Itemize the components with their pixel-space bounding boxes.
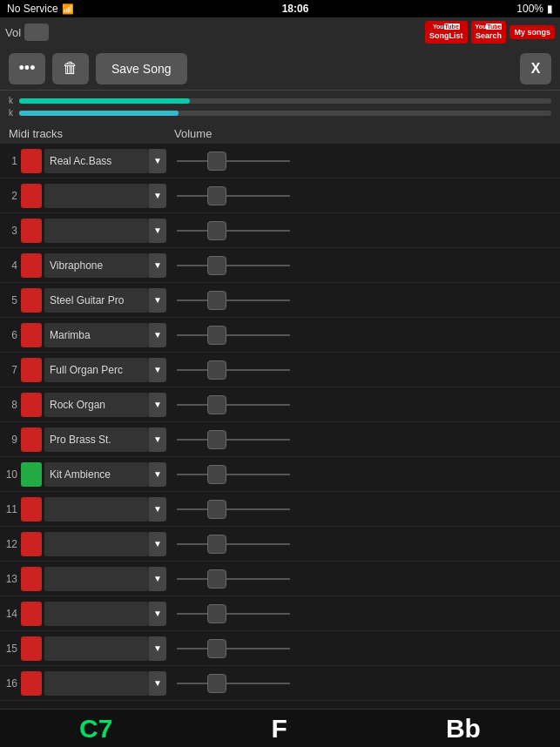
vol-slider-thumb[interactable] — [24, 24, 49, 41]
track-color-button[interactable] — [21, 602, 42, 626]
track-dropdown-button[interactable]: ▼ — [149, 253, 166, 278]
bottom-key-c7[interactable]: C7 — [79, 714, 112, 744]
track-name: Rock Organ — [50, 399, 144, 411]
youtube-songlist-button[interactable]: YouTube SongList — [425, 21, 468, 43]
progress-bar-2[interactable] — [19, 111, 551, 116]
volume-slider-thumb[interactable] — [207, 604, 226, 623]
track-number: 5 — [2, 294, 17, 306]
track-color-button[interactable] — [21, 671, 42, 696]
volume-slider-track[interactable] — [177, 334, 290, 336]
track-color-button[interactable] — [21, 288, 42, 313]
volume-slider-wrap — [177, 195, 558, 197]
track-dropdown-button[interactable]: ▼ — [149, 184, 166, 208]
track-dropdown-button[interactable]: ▼ — [149, 323, 166, 347]
track-dropdown-button[interactable]: ▼ — [149, 358, 166, 382]
volume-slider-thumb[interactable] — [207, 186, 226, 205]
volume-slider-thumb[interactable] — [207, 500, 226, 519]
track-dropdown-button[interactable]: ▼ — [149, 636, 166, 661]
track-dropdown-button[interactable]: ▼ — [149, 462, 166, 487]
track-dropdown-button[interactable]: ▼ — [149, 671, 166, 696]
track-color-button[interactable] — [21, 323, 42, 347]
volume-slider-track[interactable] — [177, 369, 290, 371]
track-color-button[interactable] — [21, 427, 42, 452]
volume-slider-thumb[interactable] — [207, 291, 226, 310]
volume-slider-thumb[interactable] — [207, 221, 226, 240]
track-row: 12▼ — [0, 527, 560, 562]
track-dropdown-button[interactable]: ▼ — [149, 497, 166, 522]
track-dropdown-button[interactable]: ▼ — [149, 532, 166, 556]
volume-slider-wrap — [177, 578, 558, 580]
track-number: 12 — [2, 538, 17, 550]
k-label-2: k — [9, 108, 16, 118]
track-name-wrap: Kit Ambience — [44, 462, 149, 487]
progress-fill-1 — [19, 98, 190, 104]
save-song-button[interactable]: Save Song — [96, 53, 187, 84]
track-name-wrap: Vibraphone — [44, 253, 149, 278]
wifi-icon: 📶 — [62, 3, 74, 15]
volume-slider-thumb[interactable] — [207, 326, 226, 345]
volume-slider-track[interactable] — [177, 648, 290, 649]
track-color-button[interactable] — [21, 184, 42, 208]
status-right: 100% ▮ — [516, 3, 553, 15]
track-dropdown-button[interactable]: ▼ — [149, 567, 166, 591]
volume-slider-thumb[interactable] — [207, 674, 226, 693]
track-color-button[interactable] — [21, 636, 42, 661]
volume-slider-track[interactable] — [177, 299, 290, 301]
volume-slider-track[interactable] — [177, 160, 290, 162]
volume-slider-thumb[interactable] — [207, 430, 226, 449]
volume-slider-track[interactable] — [177, 195, 290, 197]
volume-slider-track[interactable] — [177, 474, 290, 475]
track-color-button[interactable] — [21, 219, 42, 243]
volume-slider-track[interactable] — [177, 508, 290, 510]
track-color-button[interactable] — [21, 393, 42, 417]
track-color-button[interactable] — [21, 567, 42, 591]
volume-slider-track[interactable] — [177, 613, 290, 615]
progress-bar-1-row[interactable]: k — [9, 96, 551, 105]
volume-slider-thumb[interactable] — [207, 465, 226, 484]
youtube-search-button[interactable]: YouTube Search — [471, 21, 507, 43]
bottom-key-f[interactable]: F — [272, 714, 287, 744]
track-color-button[interactable] — [21, 532, 42, 556]
track-dropdown-button[interactable]: ▼ — [149, 149, 166, 173]
volume-slider-track[interactable] — [177, 265, 290, 266]
progress-bar-1[interactable] — [19, 98, 551, 104]
volume-slider-thumb[interactable] — [207, 360, 226, 380]
volume-slider-track[interactable] — [177, 230, 290, 232]
volume-slider-thumb[interactable] — [207, 151, 226, 171]
volume-slider-thumb[interactable] — [207, 395, 226, 414]
volume-slider-track[interactable] — [177, 404, 290, 406]
my-songs-button[interactable]: My songs — [509, 25, 555, 39]
volume-slider-thumb[interactable] — [207, 569, 226, 589]
volume-slider-thumb[interactable] — [207, 535, 226, 554]
vol-label: Vol — [5, 26, 21, 39]
track-dropdown-button[interactable]: ▼ — [149, 427, 166, 452]
track-row: 3▼ — [0, 213, 560, 248]
track-dropdown-button[interactable]: ▼ — [149, 219, 166, 243]
volume-slider-wrap — [177, 230, 558, 232]
volume-slider-thumb[interactable] — [207, 256, 226, 275]
bottom-key-bb[interactable]: Bb — [446, 714, 481, 744]
track-color-button[interactable] — [21, 358, 42, 382]
volume-slider-track[interactable] — [177, 543, 290, 545]
track-name-wrap — [44, 636, 149, 661]
volume-slider-wrap — [177, 439, 558, 441]
track-color-button[interactable] — [21, 149, 42, 173]
volume-slider-wrap — [177, 265, 558, 266]
track-color-button[interactable] — [21, 497, 42, 522]
vol-control[interactable]: Vol — [5, 24, 49, 41]
track-name: Full Organ Perc — [50, 364, 144, 376]
track-dropdown-button[interactable]: ▼ — [149, 602, 166, 626]
track-row: 16▼ — [0, 666, 560, 701]
volume-slider-track[interactable] — [177, 578, 290, 580]
track-dropdown-button[interactable]: ▼ — [149, 288, 166, 313]
trash-button[interactable]: 🗑 — [52, 53, 89, 84]
volume-slider-thumb[interactable] — [207, 639, 226, 658]
volume-slider-track[interactable] — [177, 683, 290, 684]
dots-button[interactable]: ••• — [9, 53, 45, 84]
progress-bar-2-row[interactable]: k — [9, 108, 551, 118]
track-dropdown-button[interactable]: ▼ — [149, 393, 166, 417]
close-button[interactable]: X — [520, 53, 551, 84]
volume-slider-track[interactable] — [177, 439, 290, 441]
track-color-button[interactable] — [21, 253, 42, 278]
track-color-button[interactable] — [21, 462, 42, 487]
